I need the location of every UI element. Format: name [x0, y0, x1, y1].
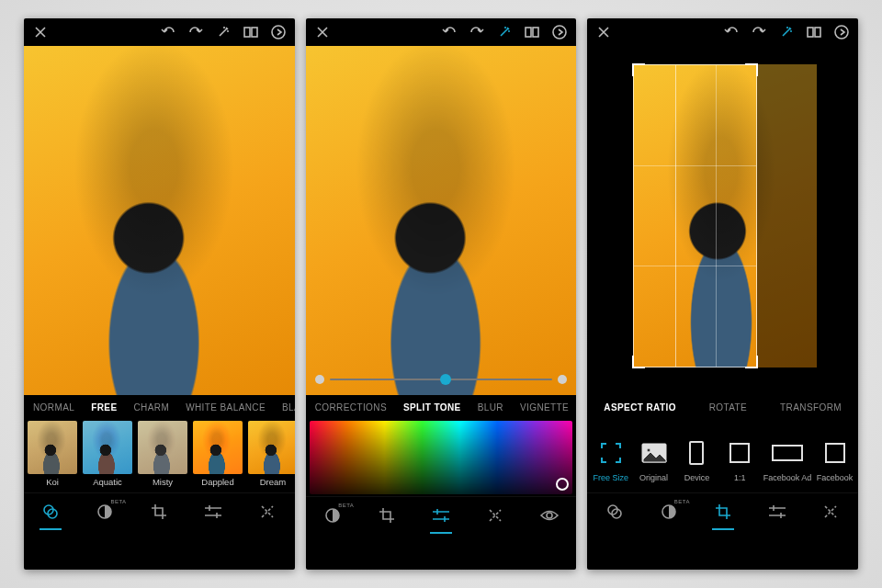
auto-enhance-icon[interactable]	[495, 23, 514, 41]
nav-adjust-icon[interactable]	[423, 497, 459, 534]
aspect-option-facebook-ad[interactable]: Facebook Ad	[763, 436, 812, 482]
image-canvas[interactable]	[587, 46, 858, 395]
nav-looks-icon[interactable]: BETA	[314, 497, 351, 534]
filter-category-charm[interactable]: CHARM	[128, 402, 175, 413]
nav-eye-icon[interactable]	[531, 497, 568, 534]
topbar	[24, 18, 295, 46]
filter-thumb-dream[interactable]: Dream	[248, 421, 295, 487]
slider-max-dot	[558, 375, 567, 384]
undo-icon[interactable]	[722, 23, 741, 41]
compare-icon[interactable]	[242, 23, 260, 41]
slider-track[interactable]	[330, 379, 553, 380]
image-canvas[interactable]	[24, 46, 295, 395]
filter-thumb-misty[interactable]: Misty	[138, 421, 187, 487]
redo-icon[interactable]	[468, 23, 486, 41]
nav-looks-icon[interactable]: BETA	[650, 493, 687, 530]
crop-tab-aspect-ratio[interactable]: ASPECT RATIO	[598, 402, 682, 413]
crop-handle-bl[interactable]	[632, 356, 645, 368]
filter-category-black[interactable]: BLACK	[277, 402, 295, 413]
svg-point-8	[553, 26, 566, 39]
slider-min-dot	[315, 375, 324, 384]
nav-filters-icon[interactable]	[596, 493, 633, 530]
aspect-option-free-size[interactable]: Free Size	[591, 436, 630, 482]
filter-category-white-balance[interactable]: WHITE BALANCE	[180, 402, 271, 413]
aspect-ratio-options: Free SizeOriginalDevice1:1Facebook AdFac…	[587, 419, 858, 492]
filter-thumb-dappled[interactable]: Dappled	[193, 421, 243, 487]
crop-handle-tl[interactable]	[632, 63, 645, 76]
adjust-tab-corrections[interactable]: CORRECTIONS	[310, 402, 392, 413]
nav-looks-icon[interactable]: BETA	[86, 493, 123, 530]
svg-point-15	[647, 448, 650, 452]
close-icon[interactable]	[31, 23, 50, 41]
intensity-slider[interactable]	[315, 371, 568, 388]
nav-heal-icon[interactable]	[477, 497, 514, 534]
topbar	[306, 18, 577, 46]
adjust-tab-row: CORRECTIONSSPLIT TONEBLURVIGNETTE	[306, 395, 577, 419]
crop-handle-tr[interactable]	[745, 63, 758, 76]
aspect-option-facebook[interactable]: Facebook	[815, 436, 854, 482]
crop-handle-br[interactable]	[745, 356, 758, 368]
color-picker-cursor[interactable]	[556, 478, 569, 491]
svg-rect-16	[690, 442, 703, 464]
svg-rect-18	[773, 446, 802, 460]
aspect-option-original[interactable]: Original	[634, 436, 673, 482]
bottom-nav: BETA	[587, 492, 858, 529]
undo-icon[interactable]	[159, 23, 177, 41]
screen-filters: NORMALFREECHARMWHITE BALANCEBLACK KoiAqu…	[24, 18, 295, 570]
crop-tab-transform[interactable]: TRANSFORM	[775, 402, 847, 413]
slider-thumb[interactable]	[440, 374, 451, 385]
svg-rect-11	[808, 28, 813, 37]
bottom-nav: BETA	[306, 496, 577, 533]
svg-rect-17	[730, 444, 749, 462]
redo-icon[interactable]	[187, 23, 205, 41]
screen-crop: ASPECT RATIOROTATETRANSFORM Free SizeOri…	[587, 18, 858, 570]
nav-crop-icon[interactable]	[368, 497, 405, 534]
undo-icon[interactable]	[440, 23, 458, 41]
svg-rect-7	[533, 28, 538, 37]
screen-adjust: CORRECTIONSSPLIT TONEBLURVIGNETTE BETA	[306, 18, 577, 570]
filter-thumb-koi[interactable]: Koi	[28, 421, 77, 487]
adjust-tab-vignette[interactable]: VIGNETTE	[514, 402, 574, 413]
svg-rect-12	[815, 28, 820, 37]
svg-rect-6	[526, 28, 531, 37]
nav-heal-icon[interactable]	[812, 493, 849, 530]
close-icon[interactable]	[313, 23, 332, 41]
auto-enhance-icon[interactable]	[214, 23, 232, 41]
beta-badge: BETA	[110, 499, 126, 504]
crop-tab-row: ASPECT RATIOROTATETRANSFORM	[587, 395, 858, 419]
image-canvas[interactable]	[306, 46, 577, 395]
aspect-option-device[interactable]: Device	[677, 436, 717, 482]
bottom-nav: BETA	[24, 492, 295, 529]
filter-category-free[interactable]: FREE	[85, 402, 122, 413]
nav-adjust-icon[interactable]	[195, 493, 232, 530]
auto-enhance-icon[interactable]	[777, 23, 796, 41]
edited-photo	[306, 46, 577, 395]
compare-icon[interactable]	[805, 23, 823, 41]
crop-tab-rotate[interactable]: ROTATE	[704, 402, 752, 413]
filter-category-row: NORMALFREECHARMWHITE BALANCEBLACK	[24, 395, 295, 419]
color-picker[interactable]	[310, 421, 573, 494]
crop-overlay[interactable]	[587, 46, 858, 395]
nav-heal-icon[interactable]	[249, 493, 286, 530]
svg-rect-19	[826, 444, 844, 462]
close-icon[interactable]	[594, 23, 613, 41]
nav-crop-icon[interactable]	[705, 493, 741, 530]
filter-thumb-aquatic[interactable]: Aquatic	[83, 421, 132, 487]
aspect-option-1-1[interactable]: 1:1	[720, 436, 760, 482]
beta-badge: BETA	[674, 499, 690, 504]
svg-rect-0	[244, 28, 250, 37]
share-icon[interactable]	[269, 23, 288, 41]
nav-adjust-icon[interactable]	[759, 493, 796, 530]
compare-icon[interactable]	[523, 23, 541, 41]
svg-point-2	[272, 26, 285, 39]
share-icon[interactable]	[550, 23, 569, 41]
nav-filters-icon[interactable]	[32, 493, 69, 530]
share-icon[interactable]	[832, 23, 851, 41]
redo-icon[interactable]	[750, 23, 768, 41]
nav-crop-icon[interactable]	[141, 493, 177, 530]
beta-badge: BETA	[338, 503, 354, 508]
adjust-tab-split-tone[interactable]: SPLIT TONE	[398, 402, 467, 413]
filter-category-normal[interactable]: NORMAL	[28, 402, 80, 413]
adjust-tab-blur[interactable]: BLUR	[472, 402, 509, 413]
svg-point-10	[547, 513, 552, 518]
